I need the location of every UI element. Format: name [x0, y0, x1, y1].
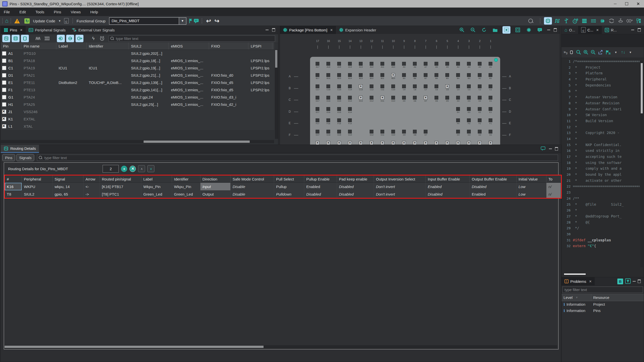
ball-A15[interactable]: [337, 62, 341, 66]
column-fxio[interactable]: FXIO: [209, 42, 248, 50]
clocks-tool-icon[interactable]: [553, 17, 561, 24]
pin-checkbox[interactable]: [2, 124, 6, 128]
pin-checkbox[interactable]: [2, 73, 6, 77]
minimize-panel-icon[interactable]: [631, 30, 634, 30]
maximize-panel-icon[interactable]: [638, 280, 641, 283]
tab-external-user-signals[interactable]: External User Signals: [69, 26, 118, 34]
ball-C7[interactable]: [424, 84, 427, 88]
c-file-icon[interactable]: C: [64, 18, 69, 24]
routing-row-K16[interactable]: K16WKPUwkpu, 14<-[K16] PTB17Wkpu_PinWkpu…: [5, 183, 561, 190]
ball-G1[interactable]: [489, 130, 492, 133]
ball-B17[interactable]: [316, 73, 319, 77]
ball-C9[interactable]: [402, 84, 406, 88]
column-output-buffer-enable[interactable]: Output Buffer Enable: [470, 175, 517, 183]
menu-item-tools[interactable]: Tools: [35, 10, 44, 14]
column-signal[interactable]: Signal: [53, 175, 83, 183]
ball-C14[interactable]: [348, 84, 352, 88]
pin-row-C1[interactable]: C1PTA19ICU1ICU1SIUL2:gpio,19[...]eMIOS_1…: [1, 64, 274, 72]
ball-H6[interactable]: ✕: [435, 141, 438, 145]
column-label[interactable]: Label: [141, 175, 172, 183]
zoom-in-icon[interactable]: [583, 50, 588, 55]
menu-item-edit[interactable]: Edit: [19, 10, 26, 14]
flag-icon[interactable]: [188, 18, 193, 24]
ball-H2[interactable]: ✕: [478, 141, 482, 145]
minimize-panel-icon[interactable]: [633, 281, 636, 282]
ball-F16[interactable]: [326, 118, 330, 122]
flag-filter-icon[interactable]: [605, 50, 611, 55]
zoom-out-icon[interactable]: [469, 26, 477, 33]
bus-waveform-icon[interactable]: [43, 35, 51, 42]
ball-B4[interactable]: [456, 73, 460, 77]
tab-pins[interactable]: Pins ✕: [1, 26, 26, 34]
export-icon[interactable]: [598, 50, 603, 55]
problem-row[interactable]: iInformationPins: [562, 307, 644, 314]
ball-F14[interactable]: [348, 118, 352, 122]
problem-row[interactable]: iInformationProject: [562, 301, 644, 307]
ball-G14[interactable]: [348, 130, 352, 133]
chip-pins-icon[interactable]: [525, 26, 533, 33]
ball-C17[interactable]: [316, 84, 319, 88]
close-button[interactable]: [632, 0, 644, 8]
ball-F4[interactable]: [456, 118, 460, 122]
ball-B2[interactable]: [478, 73, 482, 77]
ball-G4[interactable]: [456, 130, 460, 133]
pin-checkbox[interactable]: [2, 88, 6, 92]
ball-G17[interactable]: [316, 130, 319, 133]
ball-B14[interactable]: [348, 73, 352, 77]
ball-B12[interactable]: [370, 73, 373, 77]
routing-count-field[interactable]: 2: [103, 165, 119, 173]
ball-A10[interactable]: [391, 62, 395, 66]
ball-A13[interactable]: [359, 62, 363, 66]
maximize-panel-icon[interactable]: [555, 147, 558, 151]
close-tab-icon[interactable]: ✕: [589, 280, 592, 283]
zoom-out-icon[interactable]: [591, 50, 596, 55]
ball-H10[interactable]: ✕: [391, 141, 395, 145]
ball-F1[interactable]: [489, 118, 492, 122]
minimize-panel-icon[interactable]: [549, 149, 552, 149]
pin-bidir-icon[interactable]: [66, 35, 74, 42]
column-lpspi[interactable]: LPSPI: [248, 42, 272, 50]
ball-F3[interactable]: [467, 118, 471, 122]
zoom-in-icon[interactable]: [458, 26, 466, 33]
ball-D10[interactable]: [391, 96, 395, 100]
pin-row-D1[interactable]: D1PTA21SIUL2:gpio,21[...]eMIOS_1:emios_.…: [1, 72, 274, 79]
column-pin-name[interactable]: Pin name: [21, 42, 56, 50]
ball-B16[interactable]: [326, 73, 330, 77]
ball-C11[interactable]: [380, 84, 384, 88]
ball-B3[interactable]: [467, 73, 471, 77]
routing-horizontal-scrollbar[interactable]: [4, 345, 557, 348]
pin-checkbox[interactable]: [2, 102, 6, 107]
chevron-down-icon[interactable]: ▼: [629, 51, 632, 54]
column-pin[interactable]: Pin: [1, 42, 21, 50]
delete-route-button[interactable]: ✕: [130, 166, 136, 172]
ball-B15[interactable]: [337, 73, 341, 77]
menu-item-help[interactable]: Help: [90, 10, 98, 14]
tab-routing-details[interactable]: Routing Details: [1, 145, 39, 153]
package-view-icon[interactable]: [2, 35, 10, 42]
pin-checkbox[interactable]: [2, 66, 6, 70]
grid-view-icon[interactable]: [12, 35, 20, 42]
ball-A12[interactable]: [370, 62, 373, 66]
comment-icon[interactable]: [536, 26, 544, 33]
sort-icon[interactable]: ↑↓: [621, 50, 625, 55]
toolbar-overflow-chevron[interactable]: »3: [564, 50, 568, 55]
column-level[interactable]: Level˅: [562, 294, 591, 301]
package-outline-icon[interactable]: [21, 35, 29, 42]
minimize-panel-icon[interactable]: [266, 30, 269, 30]
menu-item-pins[interactable]: Pins: [54, 10, 61, 14]
tab-expansion-header[interactable]: Expansion Header: [336, 26, 379, 34]
package-diagram[interactable]: 1716151413121110987654321AABBCCDDEEFFGGA…: [280, 34, 560, 145]
ball-G7[interactable]: [424, 130, 427, 133]
ball-E16[interactable]: [326, 107, 330, 111]
column--[interactable]: #: [5, 175, 22, 183]
ball-B13[interactable]: [359, 73, 363, 77]
ball-E15[interactable]: [337, 107, 341, 111]
column-pullup-enable[interactable]: Pullup Enable: [304, 175, 337, 183]
pin-checkbox[interactable]: [2, 95, 6, 99]
column-routed-pin-signal[interactable]: Routed pin/signal: [100, 175, 141, 183]
ball-D12[interactable]: [370, 96, 373, 100]
pins-vertical-scrollbar[interactable]: [274, 50, 278, 139]
view-pins-button[interactable]: Pins: [2, 154, 15, 161]
ball-F17[interactable]: [316, 118, 319, 122]
ball-B11[interactable]: [380, 73, 384, 77]
